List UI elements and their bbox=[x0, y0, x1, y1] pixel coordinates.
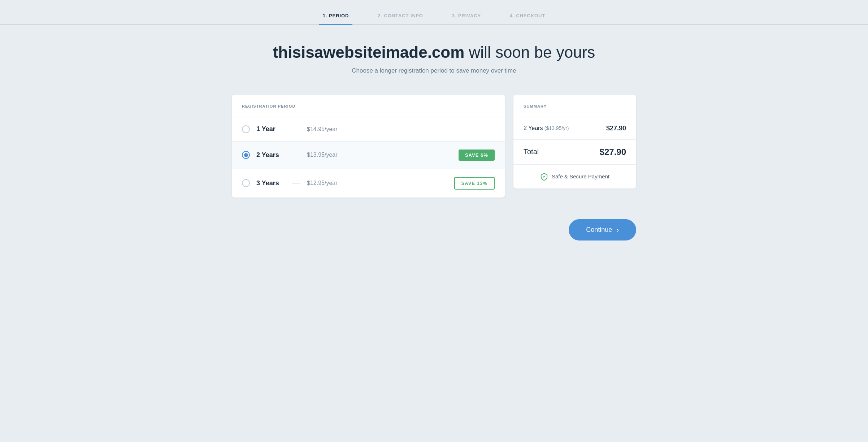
summary-total-value: $27.90 bbox=[600, 147, 626, 157]
radio-1year[interactable] bbox=[242, 125, 250, 133]
save-badge-3years: SAVE 13% bbox=[454, 177, 495, 190]
summary-total-label: Total bbox=[524, 148, 539, 156]
footer-row: Continue › bbox=[217, 219, 651, 255]
radio-inner-2years bbox=[244, 153, 248, 157]
step-contact-info-label: 2. CONTACT INFO bbox=[374, 13, 426, 24]
secure-payment-row: Safe & Secure Payment bbox=[513, 165, 636, 188]
summary-header: SUMMARY bbox=[513, 95, 636, 117]
separator-2years bbox=[292, 155, 300, 155]
registration-label: REGISTRATION PERIOD bbox=[242, 104, 295, 108]
main-content: REGISTRATION PERIOD 1 Year $14.95/year 2… bbox=[217, 82, 651, 219]
summary-line-label: 2 Years ($13.95/yr) bbox=[524, 125, 569, 131]
hero-domain: thisisawebsiteimade.com bbox=[273, 43, 465, 61]
period-price-1year: $14.95/year bbox=[307, 126, 338, 133]
shield-check-icon bbox=[540, 173, 548, 181]
save-badge-2years: SAVE 6% bbox=[459, 150, 495, 161]
summary-line-sub: ($13.95/yr) bbox=[544, 125, 569, 131]
period-price-2years: $13.95/year bbox=[307, 152, 338, 158]
period-name-3years: 3 Years bbox=[256, 179, 285, 187]
period-row-2years[interactable]: 2 Years $13.95/year SAVE 6% bbox=[232, 142, 505, 169]
separator-1year bbox=[292, 129, 300, 129]
chevron-right-icon: › bbox=[616, 226, 619, 234]
continue-button[interactable]: Continue › bbox=[569, 219, 636, 240]
step-checkout[interactable]: 4. CHECKOUT bbox=[506, 13, 549, 24]
hero-subtitle: Choose a longer registration period to s… bbox=[273, 67, 595, 74]
step-period-label: 1. PERIOD bbox=[319, 13, 353, 24]
step-checkout-label: 4. CHECKOUT bbox=[506, 13, 549, 24]
registration-card: REGISTRATION PERIOD 1 Year $14.95/year 2… bbox=[232, 95, 505, 198]
hero-title: thisisawebsiteimade.com will soon be you… bbox=[273, 43, 595, 62]
hero-section: thisisawebsiteimade.com will soon be you… bbox=[266, 25, 603, 82]
radio-2years[interactable] bbox=[242, 151, 250, 159]
step-privacy-label: 3. PRIVACY bbox=[448, 13, 485, 24]
summary-line-value: $27.90 bbox=[606, 125, 626, 132]
summary-total: Total $27.90 bbox=[513, 140, 636, 165]
period-name-1year: 1 Year bbox=[256, 125, 285, 133]
separator-3years bbox=[292, 183, 300, 183]
summary-label: SUMMARY bbox=[524, 104, 547, 108]
secure-payment-text: Safe & Secure Payment bbox=[552, 173, 609, 179]
hero-suffix: will soon be yours bbox=[464, 43, 595, 61]
step-contact-info[interactable]: 2. CONTACT INFO bbox=[374, 13, 426, 24]
radio-3years[interactable] bbox=[242, 179, 250, 187]
period-row-3years[interactable]: 3 Years $12.95/year SAVE 13% bbox=[232, 169, 505, 198]
summary-card: SUMMARY 2 Years ($13.95/yr) $27.90 Total… bbox=[513, 95, 636, 188]
registration-header: REGISTRATION PERIOD bbox=[232, 95, 505, 117]
period-name-2years: 2 Years bbox=[256, 151, 285, 159]
period-row-1year[interactable]: 1 Year $14.95/year bbox=[232, 117, 505, 142]
step-period[interactable]: 1. PERIOD bbox=[319, 13, 353, 24]
step-privacy[interactable]: 3. PRIVACY bbox=[448, 13, 485, 24]
summary-line-item: 2 Years ($13.95/yr) $27.90 bbox=[513, 117, 636, 140]
stepper: 1. PERIOD 2. CONTACT INFO 3. PRIVACY 4. … bbox=[0, 0, 868, 25]
continue-label: Continue bbox=[586, 226, 612, 234]
period-price-3years: $12.95/year bbox=[307, 180, 338, 186]
